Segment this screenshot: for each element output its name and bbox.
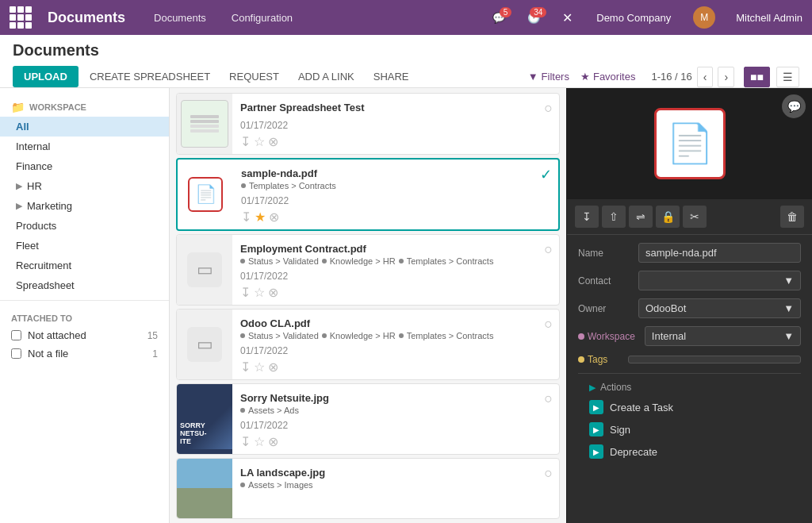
sidebar-item-products[interactable]: Products xyxy=(0,216,169,236)
doc-thumbnail-img: SORRYNETSU-ITE xyxy=(177,384,232,454)
doc-item[interactable]: ▭ Employment Contract.pdf Status > Valid… xyxy=(176,234,560,306)
sidebar-item-all[interactable]: All xyxy=(0,117,169,137)
tag-text-2: Knowledge > HR xyxy=(330,331,396,340)
rp-contact-select[interactable]: ▼ xyxy=(638,271,801,290)
not-attached-checkbox[interactable] xyxy=(11,330,21,340)
rp-owner-field: Owner OdooBot ▼ xyxy=(578,298,801,318)
user-avatar[interactable]: M xyxy=(693,6,715,29)
tag-dot xyxy=(241,183,246,188)
doc-item-selected[interactable]: 📄 sample-nda.pdf Templates > Contracts 0… xyxy=(176,158,560,231)
doc-right: ○ xyxy=(544,235,559,305)
next-page-button[interactable]: › xyxy=(718,67,734,87)
sidebar-item-finance[interactable]: Finance xyxy=(0,156,169,176)
app-grid-icon[interactable] xyxy=(10,6,32,29)
doc-select-check[interactable]: ○ xyxy=(544,241,553,258)
not-attached-count: 15 xyxy=(147,330,158,341)
filters-label: Filters xyxy=(542,71,569,83)
rp-lock-button[interactable]: 🔒 xyxy=(656,206,680,228)
download-icon[interactable]: ↧ xyxy=(240,134,251,149)
doc-select-check[interactable]: ✓ xyxy=(540,166,552,183)
tags-dot-icon xyxy=(578,356,584,363)
tag-dot-1 xyxy=(240,333,245,338)
doc-select-check[interactable]: ○ xyxy=(544,390,553,407)
nav-documents[interactable]: Documents xyxy=(149,9,211,27)
sidebar-item-recruitment[interactable]: Recruitment xyxy=(0,256,169,275)
request-button[interactable]: REQUEST xyxy=(221,66,287,87)
sidebar-item-fleet[interactable]: Fleet xyxy=(0,236,169,256)
doc-item[interactable]: SORRYNETSU-ITE Sorry Netsuite.jpg Assets… xyxy=(176,383,560,455)
rp-tags-value[interactable] xyxy=(628,356,801,363)
sidebar-item-hr[interactable]: ▶ HR xyxy=(0,176,169,196)
not-a-file-checkbox[interactable] xyxy=(11,348,21,359)
rp-pdf-preview-icon: 📄 xyxy=(666,121,714,166)
doc-item[interactable]: Partner Spreadsheet Test 01/17/2022 ↧ ☆ … xyxy=(176,93,560,155)
sidebar-not-attached[interactable]: Not attached 15 xyxy=(0,326,169,344)
doc-date: 01/17/2022 xyxy=(240,345,536,356)
sidebar-divider xyxy=(0,300,169,301)
notifications-btn[interactable]: 💬 5 xyxy=(492,12,505,24)
doc-select-check[interactable]: ○ xyxy=(544,316,553,333)
rp-owner-select[interactable]: OdooBot ▼ xyxy=(638,298,801,318)
doc-item[interactable]: LA landscape.jpg Assets > Images ○ xyxy=(176,458,560,519)
not-a-file-count: 1 xyxy=(152,348,158,360)
box-icon: ▭ xyxy=(187,252,222,287)
rp-comment-button[interactable]: 💬 xyxy=(782,94,806,118)
sidebar-item-marketing[interactable]: ▶ Marketing xyxy=(0,196,169,216)
rp-sign-btn[interactable]: ▶ Sign xyxy=(578,418,801,440)
remove-icon[interactable]: ⊗ xyxy=(268,360,278,375)
rp-actions-title[interactable]: ▶ Actions xyxy=(589,382,790,393)
doc-actions: ↧ ☆ ⊗ xyxy=(240,360,536,375)
star-icon[interactable]: ★ xyxy=(255,210,266,225)
rp-tags-field: Tags xyxy=(578,354,801,365)
add-link-button[interactable]: ADD A LINK xyxy=(290,66,362,87)
list-view-button[interactable]: ☰ xyxy=(776,67,799,87)
prev-page-button[interactable]: ‹ xyxy=(697,67,714,87)
tag-dot-3 xyxy=(399,333,404,338)
doc-item[interactable]: ▭ Odoo CLA.pdf Status > Validated Knowle… xyxy=(176,309,560,380)
rp-scissors-button[interactable]: ✂ xyxy=(683,206,707,228)
grid-view-button[interactable]: ■■ xyxy=(744,67,770,87)
remove-icon[interactable]: ⊗ xyxy=(268,285,278,300)
download-icon[interactable]: ↧ xyxy=(240,285,251,300)
sidebar-item-spreadsheet-label: Spreadsheet xyxy=(16,279,75,291)
rp-download-button[interactable]: ↧ xyxy=(575,206,599,228)
rp-move-button[interactable]: ⇌ xyxy=(629,206,653,228)
doc-actions: ↧ ☆ ⊗ xyxy=(240,134,536,149)
rp-workspace-select[interactable]: Internal ▼ xyxy=(645,326,801,346)
sidebar-item-spreadsheet[interactable]: Spreadsheet xyxy=(0,275,169,295)
download-icon[interactable]: ↧ xyxy=(240,360,251,375)
doc-actions: ↧ ☆ ⊗ xyxy=(240,434,536,449)
remove-icon[interactable]: ⊗ xyxy=(268,434,278,449)
clock-btn[interactable]: 🕐 34 xyxy=(527,12,540,24)
create-spreadsheet-button[interactable]: CREATE SPREADSHEET xyxy=(82,66,218,87)
remove-icon[interactable]: ⊗ xyxy=(269,210,279,225)
rp-name-value[interactable]: sample-nda.pdf xyxy=(638,243,801,263)
star-icon[interactable]: ☆ xyxy=(254,134,265,149)
doc-content: Partner Spreadsheet Test 01/17/2022 ↧ ☆ … xyxy=(232,94,544,154)
filters-button[interactable]: ▼ Filters xyxy=(528,71,569,83)
rp-create-task-btn[interactable]: ▶ Create a Task xyxy=(578,396,801,418)
star-icon[interactable]: ☆ xyxy=(254,360,265,375)
close-btn[interactable]: ✕ xyxy=(562,10,573,25)
rp-deprecate-btn[interactable]: ▶ Deprecate xyxy=(578,440,801,463)
rp-share-button[interactable]: ⇧ xyxy=(602,206,626,228)
star-icon[interactable]: ☆ xyxy=(254,285,265,300)
tag-dot xyxy=(240,483,245,487)
doc-select-check[interactable]: ○ xyxy=(544,100,553,117)
rp-delete-button[interactable]: 🗑 xyxy=(780,206,804,228)
star-icon[interactable]: ☆ xyxy=(254,434,265,449)
folder-icon: 📁 xyxy=(11,101,25,113)
favorites-button[interactable]: ★ Favorites xyxy=(580,71,635,83)
doc-select-check[interactable]: ○ xyxy=(544,465,553,482)
doc-actions: ↧ ★ ⊗ xyxy=(241,210,532,225)
nav-configuration[interactable]: Configuration xyxy=(227,9,297,27)
sidebar-item-internal[interactable]: Internal xyxy=(0,137,169,156)
sidebar-not-a-file[interactable]: Not a file 1 xyxy=(0,344,169,363)
upload-button[interactable]: UPLOAD xyxy=(13,66,79,87)
download-icon[interactable]: ↧ xyxy=(241,210,251,225)
download-icon[interactable]: ↧ xyxy=(240,434,251,449)
remove-icon[interactable]: ⊗ xyxy=(268,134,278,149)
share-button[interactable]: SHARE xyxy=(366,66,417,87)
notifications-badge: 5 xyxy=(500,7,512,17)
not-a-file-label: Not a file xyxy=(28,348,68,360)
